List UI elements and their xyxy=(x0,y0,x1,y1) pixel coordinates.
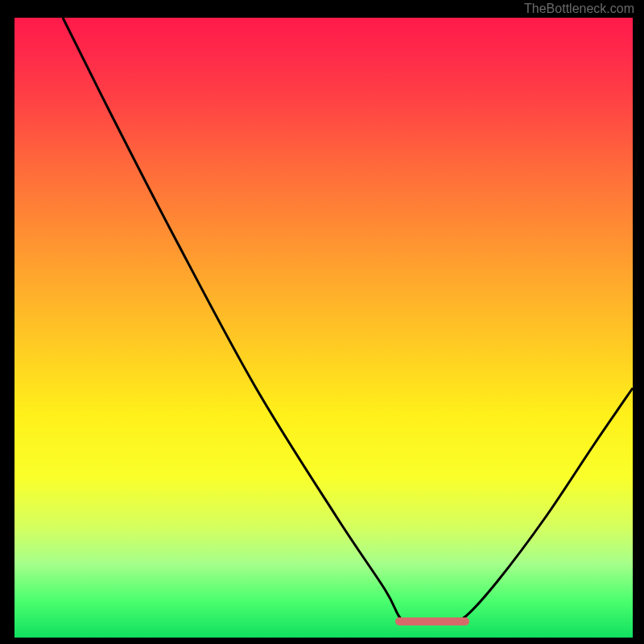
bottleneck-curve-chart xyxy=(14,18,633,638)
curve-line xyxy=(63,18,633,622)
watermark: TheBottleneck.com xyxy=(524,2,634,16)
